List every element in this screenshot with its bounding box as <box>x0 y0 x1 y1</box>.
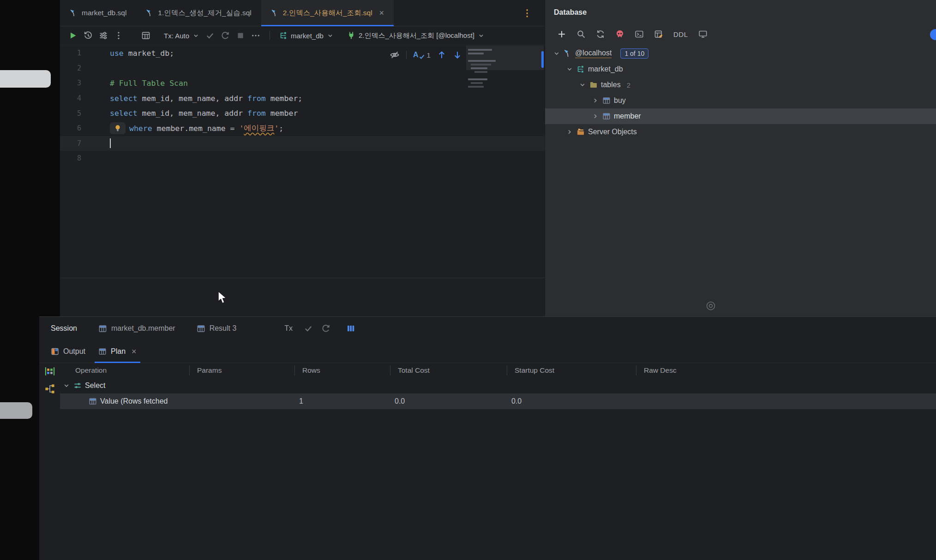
services-tab-result-3[interactable]: Result 3 <box>197 324 237 333</box>
chevron-right-icon[interactable] <box>566 128 573 136</box>
modify-table-button[interactable] <box>654 30 663 39</box>
code-line-7: 7 <box>60 136 545 151</box>
plan-col-startup-cost[interactable]: Startup Cost <box>507 365 636 375</box>
plan-col-rows[interactable]: Rows <box>294 365 390 375</box>
db-tree-item-tables[interactable]: tables2 <box>545 77 936 93</box>
ide-top-area: market_db.sql1.인덱스_생성_제거_실습.sql2.인덱스_사용해… <box>60 0 936 316</box>
editor-divider <box>60 278 545 278</box>
editor-tab-label: market_db.sql <box>82 9 126 17</box>
plan-row-1[interactable]: Select <box>60 378 936 393</box>
subtab-output[interactable]: Output <box>44 340 92 363</box>
tx-mode-dropdown[interactable]: Tx: Auto <box>164 32 199 40</box>
problem-count: 1 <box>427 51 431 59</box>
chevron-down-icon <box>478 32 485 39</box>
target-icon[interactable] <box>705 300 716 311</box>
services-tab-session[interactable]: Session <box>51 324 77 333</box>
subtab-plan[interactable]: Plan× <box>92 340 143 363</box>
chevron-down-icon[interactable] <box>579 81 586 89</box>
db-tree-item-member[interactable]: member <box>545 108 936 124</box>
tree-item-label: tables <box>601 81 621 89</box>
intention-bulb-icon[interactable] <box>110 122 126 134</box>
table-icon <box>197 324 205 333</box>
db-tree-item-market-db[interactable]: market_db <box>545 61 936 77</box>
editor-tab-label: 1.인덱스_생성_제거_실습.sql <box>158 8 251 18</box>
run-toolbar: Tx: Automarket_db2.인덱스_사용해서_조회 [@localho… <box>60 26 545 45</box>
plan-col-raw-desc[interactable]: Raw Desc <box>636 365 936 375</box>
highlight-letter: A <box>413 51 419 59</box>
services-tab-market-db-member[interactable]: market_db.member <box>98 324 175 333</box>
more-ellipsis-icon[interactable] <box>251 31 260 40</box>
schema-selector[interactable]: market_db <box>279 31 334 40</box>
settings-sliders-icon[interactable] <box>99 31 108 40</box>
data-view-icon[interactable] <box>141 31 150 40</box>
minimap-scrollbar-thumb[interactable] <box>541 51 544 68</box>
tree-item-label: member <box>614 112 641 120</box>
run-button[interactable] <box>68 31 78 40</box>
tx-mode-label: Tx: Auto <box>164 32 189 40</box>
data-editor-icon[interactable] <box>698 30 708 39</box>
commit-icon[interactable] <box>205 31 215 40</box>
commit-icon[interactable] <box>304 324 313 333</box>
widget-separator <box>406 51 407 59</box>
skull-icon[interactable] <box>615 30 624 39</box>
plan-table-rows: SelectValue (Rows fetched10.00.0 <box>60 378 936 409</box>
subtab-label: Plan <box>111 347 126 356</box>
refresh-icon[interactable] <box>596 30 605 39</box>
plan-col-operation[interactable]: Operation <box>60 365 189 375</box>
minimap[interactable] <box>466 46 544 95</box>
tab-list-kebab-icon[interactable]: ⋮ <box>510 7 545 18</box>
plan-operation-label: Select <box>85 381 105 390</box>
chevron-right-icon[interactable] <box>592 113 599 120</box>
tree-view-toggle[interactable] <box>44 383 55 394</box>
plan-col-params[interactable]: Params <box>189 365 294 375</box>
search-icon[interactable] <box>576 30 586 39</box>
stop-icon[interactable] <box>236 31 245 40</box>
code-line-8: 8 <box>60 151 545 166</box>
db-tree-item-buy[interactable]: buy <box>545 93 936 108</box>
editor-tab-2[interactable]: 1.인덱스_생성_제거_실습.sql <box>136 0 261 26</box>
more-options-icon[interactable] <box>114 31 123 40</box>
db-tree-item-localhost[interactable]: @localhost1 of 10 <box>545 46 936 61</box>
code-editor[interactable]: 1use market_db;23# Full Table Scan4selec… <box>60 46 545 316</box>
plan-operation-cell: Value (Rows fetched <box>60 397 189 405</box>
editor-tab-label: 2.인덱스_사용해서_조회.sql <box>283 8 372 18</box>
editor-tab-3[interactable]: 2.인덱스_사용해서_조회.sql× <box>261 0 394 26</box>
sql-console-icon <box>564 49 572 58</box>
chevron-right-icon[interactable] <box>592 97 599 104</box>
arrow-up-icon[interactable] <box>437 50 446 60</box>
select-op-icon <box>73 381 82 390</box>
eye-off-icon[interactable] <box>390 50 400 60</box>
history-icon[interactable] <box>84 31 93 40</box>
line-number: 7 <box>60 139 81 148</box>
add-data-source-button[interactable] <box>557 30 566 39</box>
line-number: 8 <box>60 154 81 162</box>
background-window-fragment <box>0 402 32 419</box>
ddl-button[interactable]: DDL <box>673 30 688 38</box>
table-icon <box>98 324 107 333</box>
editor-tab-1[interactable]: market_db.sql <box>60 0 136 26</box>
toolbar-separator <box>270 31 270 40</box>
rollback-icon[interactable] <box>321 324 330 333</box>
rollback-icon[interactable] <box>221 31 230 40</box>
database-tree: @localhost1 of 10market_dbtables2buymemb… <box>545 43 936 140</box>
close-icon[interactable]: × <box>132 347 137 356</box>
close-icon[interactable]: × <box>379 9 384 17</box>
arrow-down-icon[interactable] <box>453 50 462 60</box>
plan-row-2[interactable]: Value (Rows fetched10.00.0 <box>60 393 936 409</box>
chevron-down-icon[interactable] <box>566 66 573 73</box>
tree-item-label: buy <box>614 96 626 105</box>
database-toolbar: DDL <box>545 25 936 43</box>
result-view-toggle[interactable] <box>44 366 55 377</box>
inspections-widget[interactable]: A1 <box>413 51 431 60</box>
db-tree-item-server-objects[interactable]: Server Objects <box>545 124 936 140</box>
jump-to-console-button[interactable] <box>635 30 644 39</box>
plan-col-total-cost[interactable]: Total Cost <box>390 365 507 375</box>
chevron-down-icon[interactable] <box>63 382 70 389</box>
chevron-down-icon <box>327 32 334 39</box>
plan-table: OperationParamsRowsTotal CostStartup Cos… <box>39 363 936 409</box>
session-selector[interactable]: 2.인덱스_사용해서_조회 [@localhost] <box>347 31 485 40</box>
sql-console-icon <box>70 9 78 17</box>
columns-icon[interactable] <box>346 324 355 333</box>
editor-tabs: market_db.sql1.인덱스_생성_제거_실습.sql2.인덱스_사용해… <box>60 0 394 26</box>
chevron-down-icon[interactable] <box>553 50 560 57</box>
